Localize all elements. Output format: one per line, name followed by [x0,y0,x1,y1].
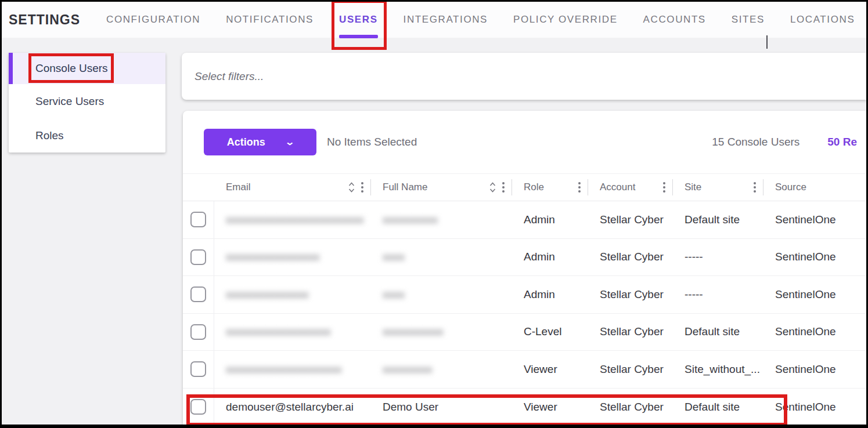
role-link[interactable]: C-Level [524,325,561,338]
column-menu-icon[interactable] [578,182,581,194]
column-header-full-name: Full Name [371,179,512,195]
table-row-demo-user: demouser@stellarcyber.ai Demo User Viewe… [183,389,866,425]
column-header-account: Account [588,179,673,195]
column-header-role: Role [512,179,588,195]
email-cell: xxxxxxxxxxxxxxxxx [214,251,371,263]
column-label: Account [600,182,635,193]
filter-input[interactable] [195,70,833,83]
column-header-email: Email [214,179,371,195]
account-cell: Stellar Cyber [588,288,673,301]
table-toolbar: Actions ⌄ No Items Selected 15 Console U… [183,111,866,173]
row-checkbox[interactable] [190,286,206,302]
sort-icon[interactable] [348,180,355,194]
actions-button-label: Actions [227,136,265,148]
column-label: Site [685,182,701,193]
email-cell: xxxxxxxxxxxxxxxxxxx [214,325,371,338]
tab-accounts[interactable]: ACCOUNTS [643,14,706,26]
actions-button[interactable]: Actions ⌄ [204,129,316,155]
sidebar: Console Users Service Users Roles [9,53,165,153]
row-checkbox[interactable] [190,249,206,265]
role-link[interactable]: Viewer [524,363,557,376]
checkbox-cell [183,276,214,313]
source-cell: SentinelOne [763,251,866,263]
top-nav: SETTINGS CONFIGURATION NOTIFICATIONS USE… [2,2,866,38]
role-cell: Admin [512,251,588,263]
email-cell: demouser@stellarcyber.ai [214,401,371,414]
source-cell: SentinelOne [763,363,866,376]
sidebar-item-label: Roles [35,129,64,142]
toolbar-right: 15 Console Users 50 Re [712,136,857,148]
account-cell: Stellar Cyber [588,401,673,414]
full-name-cell: xxxx [371,251,512,263]
account-cell: Stellar Cyber [588,213,673,226]
active-item-bar [9,53,13,84]
console-users-panel: Actions ⌄ No Items Selected 15 Console U… [183,111,866,425]
source-cell: SentinelOne [763,213,866,226]
row-checkbox[interactable] [190,399,206,415]
column-menu-icon[interactable] [754,182,756,194]
row-checkbox[interactable] [190,361,206,377]
site-cell: Default site [673,213,763,226]
tab-locations[interactable]: LOCATIONS [790,14,855,26]
role-link[interactable]: Viewer [524,401,557,414]
tab-users[interactable]: USERS [339,14,378,26]
tab-integrations[interactable]: INTEGRATIONS [404,14,488,26]
filter-bar [182,53,866,100]
table-row: xxxxxxxxxxxxxxxxxxx xxxxxxxxxxx C-Level … [183,314,866,351]
console-users-table: Email Full Name Role A [183,173,866,425]
sidebar-item-console-users[interactable]: Console Users [9,53,165,84]
tab-users-label: USERS [339,14,378,25]
full-name-cell: Demo User [371,401,512,414]
table-header-row: Email Full Name Role A [183,173,866,201]
sidebar-item-service-users[interactable]: Service Users [9,84,165,118]
row-checkbox[interactable] [190,212,206,227]
full-name-cell: xxxxxxxxxx [371,213,512,226]
source-cell: SentinelOne [763,325,866,338]
tab-notifications[interactable]: NOTIFICATIONS [226,14,314,26]
full-name-cell: xxxxxxxxx [371,363,512,376]
checkbox-cell [183,239,214,276]
page-title: SETTINGS [9,12,80,28]
table-row: xxxxxxxxxxxxxxxxx xxxx Admin Stellar Cyb… [183,239,866,277]
column-label: Full Name [383,182,427,193]
selection-status: No Items Selected [327,136,417,148]
column-label: Role [524,182,544,193]
site-cell: Default site [673,401,763,414]
table-row: xxxxxxxxxxxxxxx xxxx Admin Stellar Cyber… [183,276,866,314]
sidebar-item-roles[interactable]: Roles [9,118,165,153]
source-cell: SentinelOne [763,288,866,301]
column-menu-icon[interactable] [663,182,665,194]
checkbox-cell [183,351,214,388]
site-cell: Default site [673,325,763,338]
column-menu-icon[interactable] [361,182,363,194]
sidebar-item-label: Service Users [35,95,104,108]
checkbox-cell [183,314,214,351]
role-cell: C-Level [512,325,588,338]
records-per-page-link[interactable]: 50 Re [827,136,857,148]
active-tab-underline [339,35,378,38]
chevron-down-icon: ⌄ [284,137,295,147]
tab-sites[interactable]: SITES [732,14,765,26]
tab-configuration[interactable]: CONFIGURATION [106,14,200,26]
column-label: Source [775,182,806,193]
header-checkbox-spacer [183,179,214,195]
sidebar-item-label: Console Users [35,62,108,75]
full-name-cell: xxxxxxxxxxx [371,325,512,338]
tab-policy-override[interactable]: POLICY OVERRIDE [513,14,618,26]
role-cell: Viewer [512,401,588,414]
role-link[interactable]: Admin [524,288,555,301]
role-cell: Admin [512,213,588,226]
role-link[interactable]: Admin [524,213,555,226]
role-link[interactable]: Admin [524,251,555,263]
account-cell: Stellar Cyber [588,251,673,263]
role-cell: Admin [512,288,588,301]
account-cell: Stellar Cyber [588,325,673,338]
source-cell: SentinelOne [763,401,866,414]
row-checkbox[interactable] [190,324,206,340]
sort-icon[interactable] [489,180,496,194]
users-tab-highlight-box [332,0,387,50]
site-cell: Site_without_... [673,363,763,376]
role-cell: Viewer [512,363,588,376]
column-menu-icon[interactable] [502,182,505,194]
checkbox-cell [183,389,214,425]
